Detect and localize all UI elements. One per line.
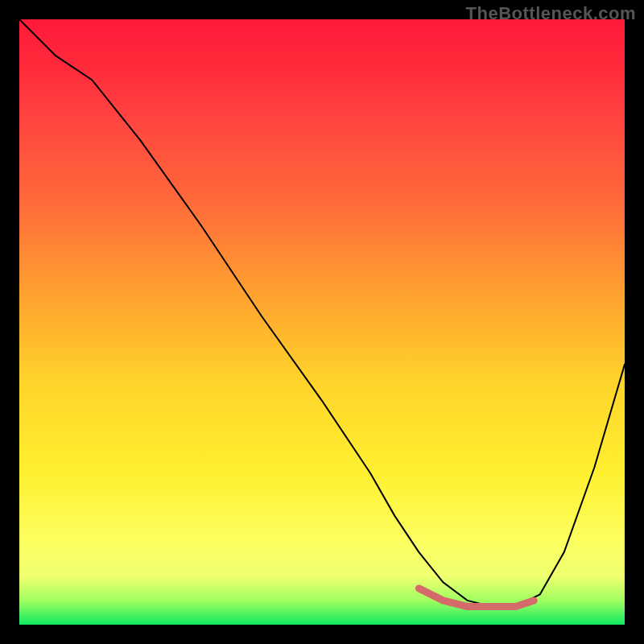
minimum-highlight <box>419 588 534 607</box>
plot-area <box>19 19 625 625</box>
bottleneck-curve <box>19 19 625 606</box>
curve-overlay <box>19 19 625 625</box>
